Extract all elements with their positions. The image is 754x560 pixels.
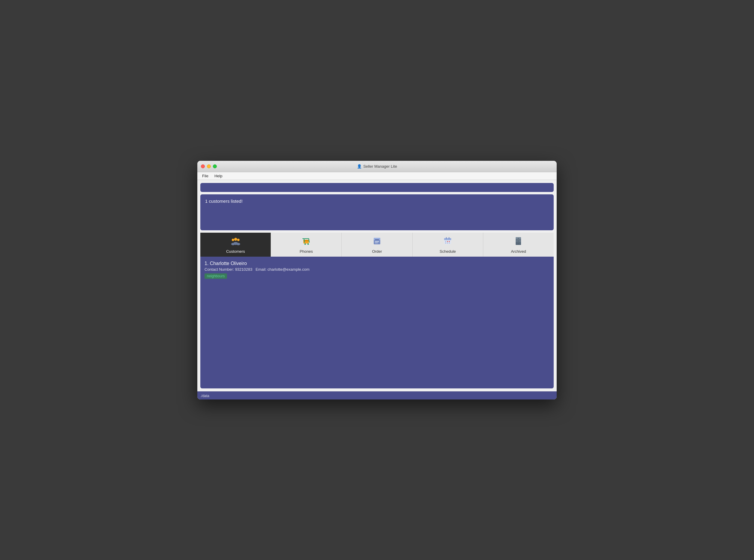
customer-index: 1. — [205, 261, 210, 266]
tab-phones-label: Phones — [300, 249, 313, 254]
menu-help[interactable]: Help — [212, 173, 225, 179]
title-bar: 👤 Seller Manager Lite — [197, 161, 557, 172]
main-content: 1 customers listed! Customers — [197, 180, 557, 392]
svg-rect-14 — [375, 241, 379, 242]
customers-icon — [230, 236, 241, 248]
schedule-icon — [442, 236, 453, 248]
svg-rect-16 — [375, 239, 379, 240]
svg-rect-19 — [445, 241, 446, 242]
app-window: 👤 Seller Manager Lite File Help 1 custom… — [197, 161, 557, 399]
svg-point-0 — [234, 238, 237, 241]
phones-icon — [301, 236, 312, 248]
list-item: 1. Charlotte Oliveiro Contact Number: 93… — [205, 261, 549, 279]
order-icon — [372, 236, 382, 248]
tab-archived-label: Archived — [511, 249, 526, 254]
customer-list: 1. Charlotte Oliveiro Contact Number: 93… — [200, 257, 554, 388]
status-bar-text: ./data — [200, 394, 209, 398]
customer-name: 1. Charlotte Oliveiro — [205, 261, 549, 266]
status-banner: 1 customers listed! — [200, 194, 554, 230]
svg-point-5 — [237, 243, 240, 245]
svg-rect-26 — [449, 237, 449, 239]
menu-bar: File Help — [197, 172, 557, 180]
tab-phones[interactable]: Phones — [271, 233, 342, 257]
tab-archived[interactable]: Archived — [483, 233, 554, 257]
svg-rect-18 — [444, 238, 451, 240]
window-title: 👤 Seller Manager Lite — [357, 164, 397, 168]
svg-rect-32 — [518, 241, 519, 241]
close-button[interactable] — [201, 164, 205, 168]
svg-point-4 — [231, 243, 235, 245]
status-text: 1 customers listed! — [205, 199, 243, 204]
svg-rect-24 — [449, 243, 450, 243]
svg-rect-31 — [518, 238, 519, 239]
svg-rect-22 — [445, 243, 446, 243]
customer-tag: neighbours — [205, 274, 227, 279]
svg-rect-33 — [518, 243, 519, 244]
customer-contact: Contact Number: 93210283 Email: charlott… — [205, 267, 549, 272]
tab-customers-label: Customers — [226, 249, 245, 254]
title-icon: 👤 — [357, 164, 362, 168]
tab-order[interactable]: Order — [342, 233, 412, 257]
tab-bar: Customers — [200, 233, 554, 257]
minimize-button[interactable] — [207, 164, 211, 168]
archived-icon — [513, 236, 524, 248]
svg-point-11 — [307, 243, 309, 245]
svg-point-2 — [237, 239, 240, 241]
svg-rect-21 — [449, 241, 450, 242]
maximize-button[interactable] — [213, 164, 217, 168]
svg-line-9 — [309, 239, 309, 242]
tab-schedule[interactable]: Schedule — [413, 233, 483, 257]
svg-rect-23 — [447, 243, 448, 243]
search-bar — [200, 183, 554, 192]
tab-schedule-label: Schedule — [440, 249, 456, 254]
status-bar: ./data — [197, 392, 557, 399]
traffic-lights — [201, 164, 217, 168]
search-input[interactable] — [203, 185, 551, 190]
svg-rect-20 — [447, 241, 448, 242]
svg-point-10 — [304, 243, 306, 245]
tab-customers[interactable]: Customers — [200, 233, 271, 257]
svg-point-1 — [232, 239, 234, 241]
svg-rect-15 — [375, 243, 378, 243]
svg-rect-25 — [446, 237, 447, 239]
tab-order-label: Order — [372, 249, 382, 254]
menu-file[interactable]: File — [200, 173, 211, 179]
